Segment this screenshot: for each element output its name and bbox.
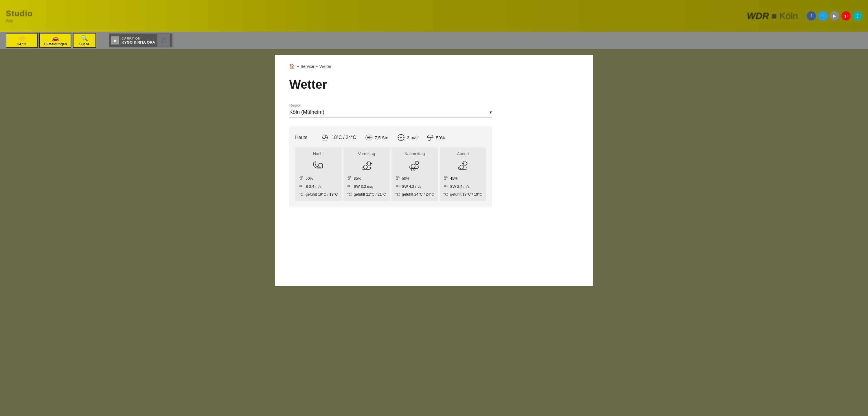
svg-line-30 xyxy=(370,165,371,166)
svg-point-39 xyxy=(411,164,415,168)
nachmittag-wind-icon xyxy=(395,184,400,189)
svg-point-51 xyxy=(460,165,464,169)
rss-icon[interactable]: ) xyxy=(853,11,862,21)
nacht-wind-value: S 2,4 m/s xyxy=(306,184,321,188)
abend-weather-icon xyxy=(456,159,470,173)
top-bar-right: WDR ■ Köln f t ▶ g+ ) xyxy=(747,11,862,22)
abend-feels-row: °C gefühlt 19°C / 19°C xyxy=(443,192,483,197)
brand-logo: WDR ■ Köln xyxy=(747,11,798,22)
period-abend-label: Abend xyxy=(457,151,469,156)
nacht-weather-icon xyxy=(311,159,325,173)
twitter-icon[interactable]: t xyxy=(818,11,828,21)
search-icon: 🔍 xyxy=(81,35,88,42)
svg-point-24 xyxy=(367,162,371,165)
period-nacht-label: Nacht xyxy=(313,151,324,156)
periods-grid: Nacht xyxy=(295,147,486,201)
youtube-icon[interactable]: ▶ xyxy=(830,11,839,21)
today-wind: 3 m/s xyxy=(397,134,417,142)
nacht-rain-icon xyxy=(299,176,304,181)
nachmittag-rain-value: 50% xyxy=(402,176,409,180)
nav-bar: ☀️ 24 °C 🚗 15 Meldungen 🔍 Suche ▶ CARRY … xyxy=(0,32,868,49)
abend-wind-value: SW 2,4 m/s xyxy=(450,184,470,188)
vormittag-feels-value: gefühlt 21°C / 21°C xyxy=(354,192,386,197)
logo-sub: App xyxy=(6,18,33,23)
chevron-down-icon: ▾ xyxy=(490,109,492,115)
svg-point-16 xyxy=(400,137,402,138)
nacht-wind-icon xyxy=(299,184,304,189)
vormittag-temp-icon: °C xyxy=(347,192,352,197)
today-rain-value: 50% xyxy=(436,135,445,140)
search-button[interactable]: 🔍 Suche xyxy=(73,33,96,48)
traffic-button[interactable]: 🚗 15 Meldungen xyxy=(39,33,71,48)
weather-icon: ☀️ xyxy=(18,35,26,42)
google-plus-icon[interactable]: g+ xyxy=(841,11,850,21)
abend-temp-icon: °C xyxy=(443,192,448,197)
svg-line-4 xyxy=(326,140,327,141)
music-player[interactable]: ▶ CARRY ON KYGO & RITA ORA 🎵 xyxy=(108,33,173,48)
nacht-wind-row: S 2,4 m/s xyxy=(299,184,338,189)
today-wind-value: 3 m/s xyxy=(407,135,417,140)
home-icon[interactable]: 🏠 xyxy=(289,64,295,69)
period-vormittag-label: Vormittag xyxy=(358,151,375,156)
nachmittag-feels-value: gefühlt 24°C / 24°C xyxy=(402,192,434,197)
logo: Studio App xyxy=(6,9,33,23)
nacht-temp-icon: °C xyxy=(299,192,304,197)
breadcrumb-service[interactable]: Service xyxy=(301,64,314,69)
music-thumbnail: 🎵 xyxy=(157,34,170,47)
content-area: 🏠 » Service » Wetter Wetter Region Köln … xyxy=(275,55,593,286)
breadcrumb-sep1: » xyxy=(297,64,299,68)
vormittag-rain-row: 35% xyxy=(347,176,386,181)
today-temp-value: 18°C / 24°C xyxy=(332,135,356,140)
region-value: Köln (Mülheim) xyxy=(289,109,324,115)
nachmittag-wind-value: SW 4,2 m/s xyxy=(402,184,421,188)
weather-label: 24 °C xyxy=(18,42,26,46)
abend-rain-icon xyxy=(443,176,448,181)
search-label: Suche xyxy=(79,42,90,46)
abend-rain-value: 45% xyxy=(450,176,458,180)
period-vormittag: Vormittag xyxy=(343,147,390,201)
today-rain: 50% xyxy=(426,134,445,142)
svg-point-33 xyxy=(415,161,418,165)
svg-point-14 xyxy=(368,137,370,138)
svg-line-40 xyxy=(411,169,412,171)
facebook-icon[interactable]: f xyxy=(807,11,816,21)
nachmittag-wind-row: SW 4,2 m/s xyxy=(395,184,435,189)
vormittag-wind-icon xyxy=(347,184,352,189)
main-wrapper: 🏠 » Service » Wetter Wetter Region Köln … xyxy=(0,49,868,292)
today-sunshine: 7,5 Std xyxy=(365,134,389,142)
brand-text: WDR xyxy=(747,11,769,22)
vormittag-rain-value: 35% xyxy=(354,176,361,180)
svg-line-49 xyxy=(463,162,464,162)
nachmittag-rain-row: 50% xyxy=(395,176,435,181)
brand-text2: ■ Köln xyxy=(771,11,798,22)
breadcrumb-sep2: » xyxy=(316,64,318,68)
nacht-feels-row: °C gefühlt 19°C / 19°C xyxy=(299,192,338,197)
play-button[interactable]: ▶ xyxy=(111,36,119,44)
svg-line-42 xyxy=(414,169,415,171)
svg-line-10 xyxy=(366,135,367,136)
svg-line-41 xyxy=(413,169,413,171)
music-label: CARRY ON xyxy=(122,37,155,40)
music-info: CARRY ON KYGO & RITA ORA xyxy=(122,37,155,44)
top-bar: Studio App WDR ■ Köln f t ▶ g+ ) xyxy=(0,0,868,32)
vormittag-weather-icon xyxy=(360,159,374,173)
vormittag-wind-value: SW 3,2 m/s xyxy=(354,184,373,188)
abend-rain-row: 45% xyxy=(443,176,483,181)
region-label: Region xyxy=(289,103,579,107)
weather-card: Heute 18°C / 24°C xyxy=(289,127,492,207)
nachmittag-feels-row: °C gefühlt 24°C / 24°C xyxy=(395,192,435,197)
rain-icon xyxy=(426,134,434,142)
period-nachmittag-label: Nachmittag xyxy=(404,151,425,156)
traffic-icon: 🚗 xyxy=(52,35,59,42)
svg-line-11 xyxy=(371,140,371,140)
nachmittag-rain-icon xyxy=(395,176,400,181)
svg-line-38 xyxy=(415,161,415,162)
region-selector[interactable]: Köln (Mülheim) ▾ xyxy=(289,109,492,118)
logo-main: Studio xyxy=(6,9,33,18)
wind-icon xyxy=(397,134,405,142)
vormittag-rain-icon xyxy=(347,176,352,181)
weather-button[interactable]: ☀️ 24 °C xyxy=(6,33,38,48)
vormittag-feels-row: °C gefühlt 21°C / 21°C xyxy=(347,192,386,197)
nacht-rain-value: 50% xyxy=(306,176,313,180)
svg-line-13 xyxy=(366,140,367,140)
